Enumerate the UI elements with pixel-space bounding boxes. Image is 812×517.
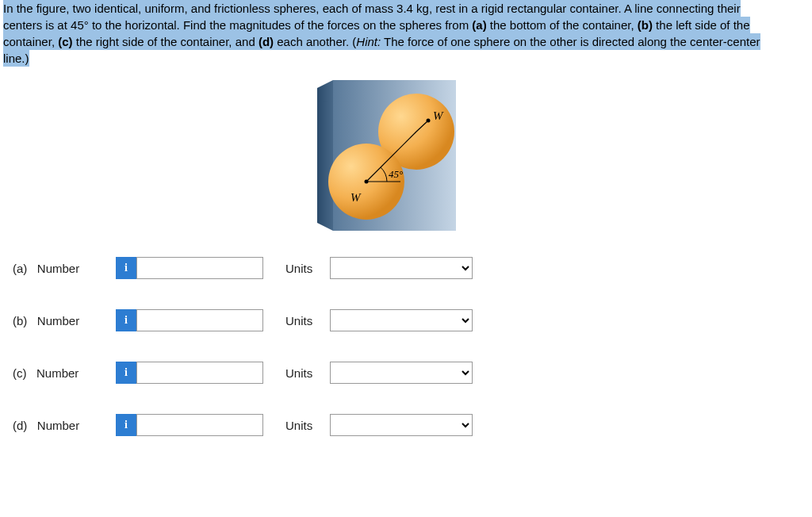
info-icon[interactable]: i — [116, 362, 136, 384]
part-label: (d) Number — [13, 419, 116, 432]
problem-text-highlighted: In the figure, two identical, uniform, a… — [3, 0, 760, 67]
svg-text:45°: 45° — [389, 168, 403, 180]
answer-row-b: (b) Number i Units — [13, 309, 812, 331]
svg-text:W: W — [350, 191, 362, 204]
units-label: Units — [285, 419, 319, 432]
figure-container: 45° W W — [0, 76, 785, 235]
units-select-a[interactable] — [330, 257, 473, 279]
info-icon[interactable]: i — [116, 414, 136, 436]
answer-row-d: (d) Number i Units — [13, 414, 812, 436]
number-input-d[interactable] — [136, 414, 263, 436]
part-label: (a) Number — [13, 262, 116, 275]
problem-statement: In the figure, two identical, uniform, a… — [0, 0, 785, 70]
answers-section: (a) Number i Units (b) Number i Units (c… — [0, 257, 812, 436]
units-label: Units — [285, 314, 319, 327]
units-select-d[interactable] — [330, 414, 473, 436]
svg-text:W: W — [433, 109, 444, 122]
part-label: (c) Number — [13, 366, 116, 380]
units-select-b[interactable] — [330, 309, 473, 331]
info-icon[interactable]: i — [116, 309, 136, 331]
part-label: (b) Number — [13, 314, 116, 327]
answer-row-c: (c) Number i Units — [13, 362, 812, 384]
number-input-c[interactable] — [136, 362, 263, 384]
number-input-a[interactable] — [136, 257, 263, 279]
units-label: Units — [285, 366, 319, 380]
units-select-c[interactable] — [330, 362, 473, 384]
answer-row-a: (a) Number i Units — [13, 257, 812, 279]
physics-figure: 45° W W — [317, 76, 468, 235]
info-icon[interactable]: i — [116, 257, 136, 279]
number-input-b[interactable] — [136, 309, 263, 331]
svg-marker-1 — [317, 80, 333, 231]
units-label: Units — [285, 262, 319, 275]
